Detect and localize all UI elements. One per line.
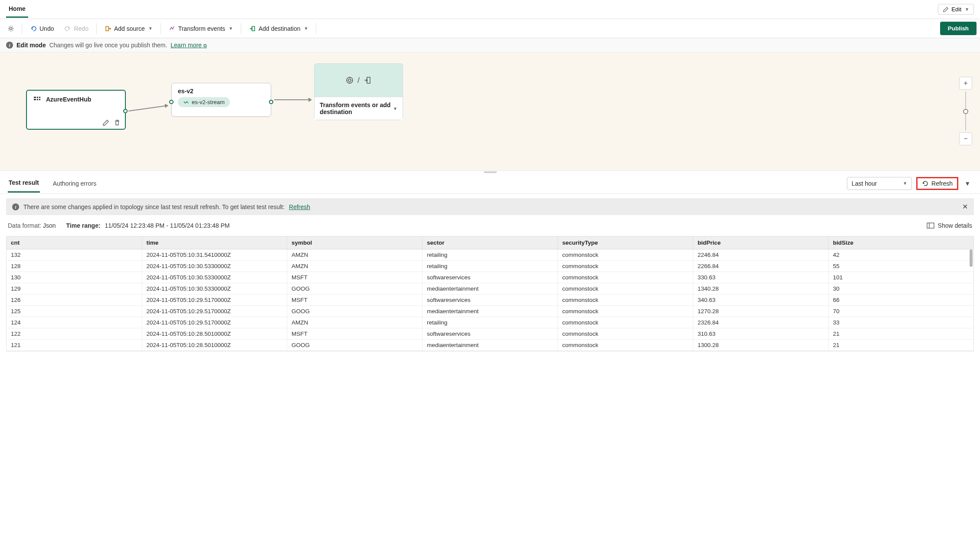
- external-link-icon: ⧉: [203, 43, 207, 48]
- node-azure-event-hub[interactable]: AzureEventHub: [26, 90, 126, 130]
- input-port[interactable]: [169, 100, 174, 104]
- cell: MSFT: [287, 272, 422, 283]
- result-meta: Data format: Json Time range: 11/05/24 1…: [0, 215, 980, 236]
- refresh-label: Refresh: [931, 180, 953, 187]
- col-time[interactable]: time: [142, 236, 287, 249]
- cell: 55: [829, 261, 973, 272]
- col-cnt[interactable]: cnt: [7, 236, 142, 249]
- table-row[interactable]: 1222024-11-05T05:10:28.5010000ZMSFTsoftw…: [7, 328, 973, 340]
- edit-mode-message: Changes will go live once you publish th…: [49, 42, 167, 49]
- cell: 1300.28: [693, 340, 829, 351]
- topology-change-alert: i There are some changes applied in topo…: [6, 198, 974, 215]
- destination-icon: [363, 76, 372, 85]
- canvas[interactable]: AzureEventHub es-v2 es-v2-stream / Trans…: [0, 52, 980, 170]
- node-es-v2[interactable]: es-v2 es-v2-stream: [171, 83, 271, 117]
- add-destination-button[interactable]: Add destination ▼: [245, 23, 312, 35]
- cell: 2326.84: [693, 317, 829, 328]
- tab-authoring-errors[interactable]: Authoring errors: [52, 175, 97, 192]
- cell: retailing: [422, 249, 557, 261]
- stream-pill[interactable]: es-v2-stream: [178, 97, 230, 107]
- col-sector[interactable]: sector: [422, 236, 557, 249]
- table-row[interactable]: 1252024-11-05T05:10:29.5170000ZGOOGmedia…: [7, 306, 973, 317]
- cell: 66: [829, 295, 973, 306]
- cell: 42: [829, 249, 973, 261]
- refresh-icon: [922, 180, 929, 187]
- tab-home[interactable]: Home: [6, 5, 28, 18]
- table-row[interactable]: 1322024-11-05T05:10:31.5410000ZAMZNretai…: [7, 249, 973, 261]
- cell: 124: [7, 317, 142, 328]
- details-icon: [927, 223, 934, 229]
- zoom-thumb[interactable]: [963, 109, 968, 114]
- learn-more-link[interactable]: Learn more ⧉: [170, 42, 206, 49]
- zoom-out-button[interactable]: −: [959, 132, 972, 145]
- refresh-dropdown[interactable]: ▼: [963, 177, 972, 190]
- cell: mediaentertainment: [422, 306, 557, 317]
- scrollbar[interactable]: [970, 249, 973, 267]
- alert-message: There are some changes applied in topolo…: [23, 203, 285, 210]
- cell: 2024-11-05T05:10:30.5330000Z: [142, 261, 287, 272]
- data-format-label: Data format:: [8, 222, 41, 229]
- zoom-in-button[interactable]: +: [959, 77, 972, 90]
- show-details-button[interactable]: Show details: [927, 222, 972, 229]
- cell: GOOG: [287, 283, 422, 295]
- trash-icon[interactable]: [114, 119, 121, 126]
- cell: commonstock: [557, 306, 693, 317]
- table-row[interactable]: 1242024-11-05T05:10:29.5170000ZAMZNretai…: [7, 317, 973, 328]
- cell: 121: [7, 340, 142, 351]
- cell: 128: [7, 261, 142, 272]
- cell: commonstock: [557, 261, 693, 272]
- zoom-slider[interactable]: [965, 92, 966, 131]
- add-source-icon: [105, 25, 111, 32]
- col-bidSize[interactable]: bidSize: [829, 236, 973, 249]
- add-source-button[interactable]: Add source ▼: [100, 23, 157, 35]
- svg-rect-9: [927, 223, 934, 228]
- output-port[interactable]: [123, 109, 128, 113]
- chevron-down-icon[interactable]: ▼: [393, 106, 397, 111]
- add-source-label: Add source: [114, 25, 145, 32]
- alert-refresh-link[interactable]: Refresh: [289, 203, 310, 210]
- close-icon[interactable]: ✕: [962, 203, 968, 211]
- cell: 130: [7, 272, 142, 283]
- output-port[interactable]: [269, 100, 273, 104]
- col-bidPrice[interactable]: bidPrice: [693, 236, 829, 249]
- cell: 70: [829, 306, 973, 317]
- table-row[interactable]: 1212024-11-05T05:10:28.5010000ZGOOGmedia…: [7, 340, 973, 351]
- table-row[interactable]: 1262024-11-05T05:10:29.5170000ZMSFTsoftw…: [7, 295, 973, 306]
- svg-rect-5: [37, 99, 38, 100]
- col-securityType[interactable]: securityType: [557, 236, 693, 249]
- cell: softwareservices: [422, 328, 557, 340]
- cell: 33: [829, 317, 973, 328]
- lower-panel: Test result Authoring errors Last hour ▼…: [0, 173, 980, 351]
- stream-label: es-v2-stream: [192, 99, 225, 105]
- add-destination-label: Add destination: [259, 25, 301, 32]
- refresh-button[interactable]: Refresh: [916, 177, 958, 190]
- node-destination-placeholder[interactable]: / Transform events or add destination ▼: [314, 63, 403, 120]
- edit-button[interactable]: Edit ▼: [938, 4, 974, 15]
- transform-events-label: Transform events: [178, 25, 225, 32]
- table-row[interactable]: 1292024-11-05T05:10:30.5330000ZGOOGmedia…: [7, 283, 973, 295]
- redo-button[interactable]: Redo: [60, 23, 92, 35]
- cell: 122: [7, 328, 142, 340]
- col-symbol[interactable]: symbol: [287, 236, 422, 249]
- cell: 126: [7, 295, 142, 306]
- separator: [96, 23, 97, 34]
- tab-bar: Home Edit ▼: [0, 0, 980, 19]
- svg-rect-4: [39, 97, 40, 98]
- tab-test-result[interactable]: Test result: [8, 174, 40, 193]
- transform-events-button[interactable]: Transform events ▼: [164, 23, 237, 35]
- time-range-select[interactable]: Last hour ▼: [847, 177, 912, 190]
- cell: AMZN: [287, 317, 422, 328]
- separator: [316, 23, 316, 34]
- pencil-icon[interactable]: [102, 119, 109, 126]
- cell: MSFT: [287, 295, 422, 306]
- table-row[interactable]: 1302024-11-05T05:10:30.5330000ZMSFTsoftw…: [7, 272, 973, 283]
- cell: 132: [7, 249, 142, 261]
- undo-button[interactable]: Undo: [26, 23, 58, 35]
- cell: 2024-11-05T05:10:28.5010000Z: [142, 328, 287, 340]
- table-row[interactable]: 1282024-11-05T05:10:30.5330000ZAMZNretai…: [7, 261, 973, 272]
- cell: 2024-11-05T05:10:29.5170000Z: [142, 306, 287, 317]
- settings-button[interactable]: [3, 25, 18, 33]
- cell: 2024-11-05T05:10:29.5170000Z: [142, 295, 287, 306]
- publish-button[interactable]: Publish: [940, 22, 977, 35]
- cell: 2266.84: [693, 261, 829, 272]
